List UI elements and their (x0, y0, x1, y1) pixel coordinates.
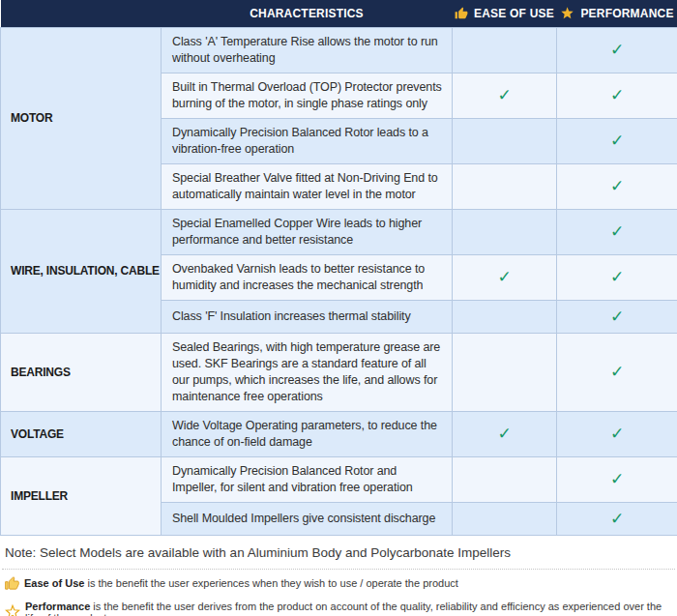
performance-check-cell: ✓ (557, 411, 677, 456)
characteristic-cell: Special Enamelled Copper Wire leads to h… (162, 209, 453, 254)
thumbs-up-icon (5, 576, 19, 591)
header-ease-of-use: EASE OF USE (453, 0, 557, 27)
check-icon: ✓ (610, 177, 624, 195)
footer: Note: Select Models are available with a… (0, 536, 677, 616)
ease-of-use-check-cell (453, 163, 557, 209)
characteristic-cell: Dynamically Precision Balanced Rotor and… (162, 456, 453, 502)
performance-check-cell: ✓ (557, 254, 677, 300)
characteristic-cell: Class 'A' Temperature Rise allows the mo… (162, 27, 453, 73)
header-ease-of-use-label: EASE OF USE (474, 7, 554, 20)
ease-of-use-check-cell (453, 209, 557, 254)
table-header: CHARACTERISTICS EASE OF USE PERFORMANCE (1, 0, 677, 27)
performance-legend: Performance is the benefit the user deri… (2, 594, 675, 616)
characteristic-cell: Built in Thermal Overload (TOP) Protecto… (162, 73, 453, 118)
characteristic-cell: Wide Voltage Operating parameters, to re… (162, 411, 453, 456)
ease-of-use-check-cell (453, 456, 557, 502)
header-characteristics-label: CHARACTERISTICS (250, 7, 364, 20)
ease-of-use-check-cell: ✓ (453, 254, 557, 300)
category-cell: WIRE, INSULATION, CABLE (1, 209, 162, 333)
header-characteristics: CHARACTERISTICS (162, 0, 453, 27)
check-icon: ✓ (497, 425, 511, 443)
performance-check-cell: ✓ (557, 209, 677, 254)
ease-of-use-legend-text: Ease of Use is the benefit the user expe… (24, 577, 458, 589)
check-icon: ✓ (497, 86, 511, 104)
characteristic-cell: Sealed Bearings, with high temperature g… (162, 333, 453, 411)
performance-desc: is the benefit the user derives from the… (25, 601, 662, 616)
performance-check-cell: ✓ (557, 456, 677, 502)
check-icon: ✓ (610, 363, 624, 381)
table-row: BEARINGSSealed Bearings, with high tempe… (1, 333, 677, 411)
category-cell: BEARINGS (1, 333, 162, 411)
header-performance-label: PERFORMANCE (580, 7, 673, 20)
characteristic-cell: Ovenbaked Varnish leads to better resist… (162, 254, 453, 300)
table-row: MOTORClass 'A' Temperature Rise allows t… (1, 27, 677, 73)
performance-check-cell: ✓ (557, 73, 677, 118)
characteristic-cell: Class 'F' Insulation increases thermal s… (162, 300, 453, 333)
ease-of-use-check-cell: ✓ (453, 411, 557, 456)
performance-check-cell: ✓ (557, 333, 677, 411)
table-row: VOLTAGEWide Voltage Operating parameters… (1, 411, 677, 456)
performance-legend-text: Performance is the benefit the user deri… (25, 601, 675, 616)
table-row: IMPELLERDynamically Precision Balanced R… (1, 456, 677, 502)
ease-of-use-check-cell: ✓ (453, 73, 557, 118)
check-icon: ✓ (610, 41, 624, 59)
performance-check-cell: ✓ (557, 163, 677, 209)
check-icon: ✓ (610, 510, 624, 528)
characteristic-cell: Special Breather Valve fitted at Non-Dri… (162, 163, 453, 209)
ease-of-use-legend: Ease of Use is the benefit the user expe… (2, 570, 675, 594)
ease-of-use-term: Ease of Use (24, 577, 84, 589)
check-icon: ✓ (610, 86, 624, 104)
table-row: WIRE, INSULATION, CABLESpecial Enamelled… (1, 209, 677, 254)
header-category-empty (1, 0, 162, 27)
category-cell: MOTOR (1, 27, 162, 209)
table-body: MOTORClass 'A' Temperature Rise allows t… (1, 27, 677, 535)
check-icon: ✓ (610, 470, 624, 488)
star-icon (560, 6, 574, 20)
header-performance: PERFORMANCE (557, 0, 677, 27)
category-cell: IMPELLER (1, 456, 162, 535)
note-text: Note: Select Models are available with a… (2, 536, 675, 570)
performance-check-cell: ✓ (557, 502, 677, 535)
check-icon: ✓ (610, 132, 624, 150)
characteristics-table: CHARACTERISTICS EASE OF USE PERFORMANCE (0, 0, 677, 536)
ease-of-use-check-cell (453, 118, 557, 163)
performance-check-cell: ✓ (557, 300, 677, 333)
ease-of-use-check-cell (453, 27, 557, 73)
performance-term: Performance (25, 601, 90, 612)
check-icon: ✓ (610, 268, 624, 286)
check-icon: ✓ (497, 268, 511, 286)
performance-check-cell: ✓ (557, 27, 677, 73)
ease-of-use-check-cell (453, 333, 557, 411)
characteristic-cell: Shell Moulded Impellers give consistent … (162, 502, 453, 535)
check-icon: ✓ (610, 308, 624, 326)
star-icon (5, 604, 20, 616)
thumbs-up-icon (455, 7, 468, 20)
check-icon: ✓ (610, 425, 624, 443)
ease-of-use-check-cell (453, 502, 557, 535)
characteristic-cell: Dynamically Precision Balanced Rotor lea… (162, 118, 453, 163)
performance-check-cell: ✓ (557, 118, 677, 163)
ease-of-use-check-cell (453, 300, 557, 333)
ease-of-use-desc: is the benefit the user experiences when… (84, 577, 457, 589)
category-cell: VOLTAGE (1, 411, 162, 456)
check-icon: ✓ (610, 222, 624, 241)
